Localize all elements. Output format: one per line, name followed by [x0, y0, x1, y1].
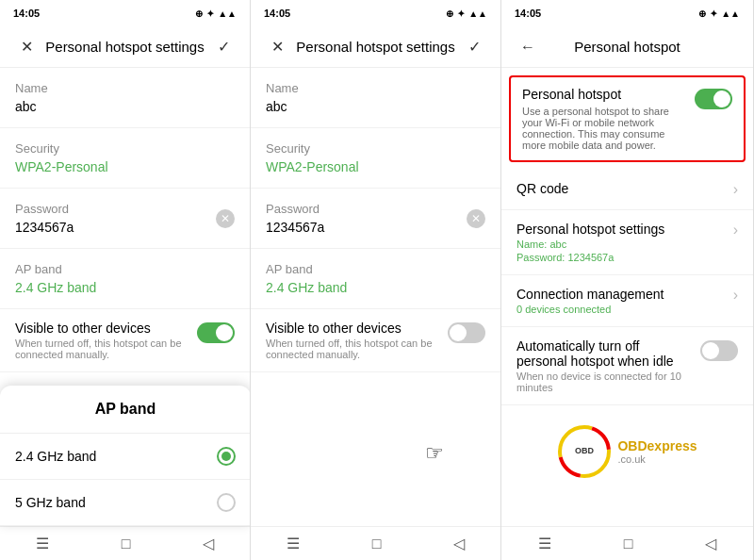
nav-menu-icon-3[interactable]: ☰ — [538, 535, 551, 552]
ap-band-item-1: AP band 2.4 GHz band — [0, 249, 250, 309]
name-label-1: Name — [15, 81, 235, 95]
password-item-1: Password 1234567a ✕ — [0, 189, 250, 249]
nav-home-icon-3[interactable]: □ — [624, 535, 633, 552]
hotspot-settings-name: Name: abc — [516, 239, 726, 250]
sheet-title: AP band — [0, 386, 251, 434]
security-label-2: Security — [266, 141, 485, 156]
nav-bar-1: ☰ □ ◁ — [0, 526, 250, 560]
password-label-1: Password — [15, 202, 216, 216]
password-value-1[interactable]: 1234567a — [15, 220, 216, 235]
conn-mgmt-label: Connection management — [516, 287, 726, 302]
hotspot-title: Personal hotspot — [522, 87, 687, 102]
top-bar-3: ← Personal hotspot — [501, 26, 753, 68]
status-bar-1: 14:05 ⊕ ✦ ▲▲ — [0, 0, 250, 26]
status-time-2: 14:05 — [264, 8, 290, 19]
visible-label-1: Visible to other devices — [15, 321, 197, 336]
conn-mgmt-sub: 0 devices connected — [516, 304, 726, 315]
ap-5-radio[interactable] — [217, 493, 236, 512]
ap-band-value-1[interactable]: 2.4 GHz band — [15, 280, 235, 295]
close-icon-1[interactable]: ✕ — [13, 34, 40, 60]
check-icon-1[interactable]: ✓ — [210, 34, 237, 60]
top-bar-title-3: Personal hotspot — [541, 39, 713, 55]
nav-menu-icon-1[interactable]: ☰ — [36, 535, 49, 552]
name-item-1: Name abc — [0, 68, 250, 128]
status-bar-2: 14:05 ⊕ ✦ ▲▲ — [251, 0, 500, 26]
visible-item-1: Visible to other devices When turned off… — [0, 309, 250, 372]
auto-off-desc: When no device is connected for 10 minut… — [516, 371, 693, 393]
signal-icon-3: ▲▲ — [721, 8, 740, 19]
hotspot-settings-chevron: › — [733, 222, 738, 239]
qr-label: QR code — [516, 181, 726, 196]
qr-chevron: › — [733, 181, 738, 198]
close-icon-2[interactable]: ✕ — [264, 34, 290, 60]
ap-5-option[interactable]: 5 GHz band — [0, 480, 251, 526]
ap-band-label-2: AP band — [266, 262, 485, 276]
nav-home-icon-2[interactable]: □ — [372, 535, 382, 552]
ap-band-value-2[interactable]: 2.4 GHz band — [266, 280, 485, 295]
ap-24-label: 2.4 GHz band — [15, 449, 96, 464]
signal-icon-2: ▲▲ — [468, 8, 487, 19]
status-icons-3: ⊕ ✦ ▲▲ — [698, 8, 740, 19]
security-item-1: Security WPA2-Personal — [0, 128, 250, 189]
clear-password-icon-1[interactable]: ✕ — [216, 209, 235, 228]
security-value-1[interactable]: WPA2-Personal — [15, 159, 235, 174]
security-label-1: Security — [15, 141, 235, 156]
ap-24-option[interactable]: 2.4 GHz band — [0, 434, 251, 480]
visible-desc-2: When turned off, this hotspot can be con… — [266, 338, 448, 360]
status-time-3: 14:05 — [515, 8, 541, 19]
password-label-2: Password — [266, 202, 467, 216]
hotspot-settings-label: Personal hotspot settings — [516, 222, 726, 237]
bt-icon-1: ✦ — [206, 8, 214, 19]
check-icon-2[interactable]: ✓ — [461, 34, 487, 60]
password-value-2[interactable]: 1234567a — [266, 220, 467, 235]
logo-area: OBD OBDexpress .co.uk — [501, 405, 753, 498]
hotspot-toggle[interactable] — [695, 89, 732, 109]
status-time-1: 14:05 — [13, 8, 40, 19]
ap-band-item-2: AP band 2.4 GHz band — [251, 249, 500, 309]
back-icon-3[interactable]: ← — [515, 34, 541, 60]
nav-back-icon-3[interactable]: ◁ — [705, 535, 716, 552]
conn-mgmt-item[interactable]: Connection management 0 devices connecte… — [501, 275, 753, 327]
top-bar-title-1: Personal hotspot settings — [40, 39, 210, 55]
nav-home-icon-1[interactable]: □ — [122, 535, 131, 552]
visible-toggle-2[interactable] — [448, 322, 485, 343]
name-value-1[interactable]: abc — [15, 99, 235, 114]
panel-2: 14:05 ⊕ ✦ ▲▲ ✕ Personal hotspot settings… — [251, 0, 501, 560]
status-icons-1: ⊕ ✦ ▲▲ — [195, 8, 237, 19]
top-bar-title-2: Personal hotspot settings — [290, 39, 461, 55]
status-bar-3: 14:05 ⊕ ✦ ▲▲ — [501, 0, 753, 26]
nav-back-icon-2[interactable]: ◁ — [453, 535, 465, 552]
security-value-2[interactable]: WPA2-Personal — [266, 159, 485, 174]
ap-5-label: 5 GHz band — [15, 495, 86, 510]
name-label-2: Name — [266, 81, 485, 95]
logo-svg: OBD — [557, 424, 612, 479]
name-item-2: Name abc — [251, 68, 500, 128]
visible-desc-1: When turned off, this hotspot can be con… — [15, 338, 197, 360]
password-item-2: Password 1234567a ✕ — [251, 189, 500, 249]
nav-bar-3: ☰ □ ◁ — [501, 526, 753, 560]
ap-24-radio[interactable] — [217, 447, 236, 466]
logo-text-area: OBDexpress .co.uk — [617, 438, 697, 465]
visible-toggle-1[interactable] — [197, 322, 235, 343]
wifi-icon-1: ⊕ — [195, 8, 203, 19]
clear-password-icon-2[interactable]: ✕ — [467, 209, 485, 228]
svg-text:OBD: OBD — [575, 446, 595, 455]
nav-menu-icon-2[interactable]: ☰ — [287, 535, 300, 552]
auto-off-toggle[interactable] — [700, 340, 738, 361]
conn-mgmt-chevron: › — [733, 287, 738, 304]
hotspot-desc: Use a personal hotspot to share your Wi-… — [522, 106, 687, 151]
panel-1: 14:05 ⊕ ✦ ▲▲ ✕ Personal hotspot settings… — [0, 0, 251, 560]
bt-icon-2: ✦ — [457, 8, 465, 19]
nav-bar-2: ☰ □ ◁ — [251, 526, 500, 560]
wifi-icon-3: ⊕ — [698, 8, 706, 19]
name-value-2[interactable]: abc — [266, 99, 485, 114]
ap-band-sheet: AP band 2.4 GHz band 5 GHz band — [0, 386, 251, 526]
visible-label-2: Visible to other devices — [266, 321, 448, 336]
ap-band-label-1: AP band — [15, 262, 235, 276]
hotspot-toggle-row: Personal hotspot Use a personal hotspot … — [509, 75, 746, 162]
qr-code-item[interactable]: QR code › — [501, 170, 753, 210]
nav-back-icon-1[interactable]: ◁ — [203, 535, 214, 552]
panel-3: 14:05 ⊕ ✦ ▲▲ ← Personal hotspot Personal… — [501, 0, 754, 560]
hotspot-settings-item[interactable]: Personal hotspot settings Name: abc Pass… — [501, 210, 753, 275]
auto-off-label: Automatically turn off personal hotspot … — [516, 338, 693, 369]
